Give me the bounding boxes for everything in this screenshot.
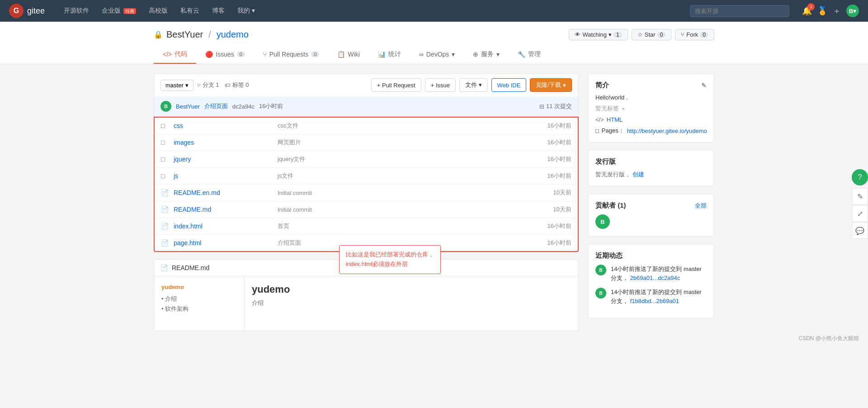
file-name-jquery[interactable]: jquery xyxy=(174,156,273,163)
repo-name[interactable]: yudemo xyxy=(217,29,249,40)
tab-pulls[interactable]: ⑂ Pull Requests 0 xyxy=(254,46,329,64)
expand-float-button[interactable]: ⤢ xyxy=(852,205,868,222)
nav-links: 开源软件 企业版 特惠 高校版 私有云 博客 我的 ▾ xyxy=(58,4,260,18)
activity-item-1: B 14小时前推送了新的提交到 master 分支， f1b8dbd...2b6… xyxy=(595,288,707,305)
repo-title-row: 🔒 BestYuer / yudemo 👁 Watching ▾ 1 ☆ Sta… xyxy=(154,29,714,40)
fork-button[interactable]: ⑂ Fork 0 xyxy=(675,29,714,40)
file-name-images[interactable]: images xyxy=(174,139,273,146)
edit-intro-icon[interactable]: ✎ xyxy=(701,82,707,89)
file-row-readme-en: 📄 README.en.md Initial commit 10天前 xyxy=(155,185,578,201)
watermark: CSDN @小熊小鱼大眼睛 xyxy=(0,331,868,346)
file-row-images: □ images 网页图片 16小时前 xyxy=(155,134,578,151)
file-name-readme[interactable]: README.md xyxy=(174,206,273,213)
folder-icon: □ xyxy=(161,156,169,163)
issues-icon: 🔴 xyxy=(205,51,213,58)
web-ide-button[interactable]: Web IDE xyxy=(491,78,527,92)
commit-count[interactable]: ⊟ 11 次提交 xyxy=(539,102,572,110)
nav-search-area xyxy=(690,5,789,17)
sidebar-release-section: 发行版 暂无发行版， 创建 xyxy=(588,150,714,186)
star-button[interactable]: ☆ Star 0 xyxy=(632,29,672,40)
search-input[interactable] xyxy=(690,5,789,17)
commit-message[interactable]: 介绍页面 xyxy=(204,102,228,110)
language-label: HTML xyxy=(607,116,623,123)
content-area: master ▾ ⑂ 分支 1 🏷 标签 0 + Pull Request + … xyxy=(154,73,714,331)
activity-item-0: B 14小时前推送了新的提交到 master 分支， 2b69a01...dc2… xyxy=(595,265,707,282)
file-name-js[interactable]: js xyxy=(174,172,273,180)
repo-actions: 👁 Watching ▾ 1 ☆ Star 0 ⑂ Fork 0 xyxy=(569,29,714,40)
nav-logo[interactable]: G gitee xyxy=(9,4,45,18)
branch-selector[interactable]: master ▾ xyxy=(160,80,193,91)
readme-file-icon: 📄 xyxy=(160,264,168,271)
pulls-count: 0 xyxy=(311,52,319,57)
edit-float-button[interactable]: ✎ xyxy=(852,188,868,204)
file-time-page: 16小时前 xyxy=(547,239,571,247)
tab-code[interactable]: </> 代码 xyxy=(154,46,196,64)
user-avatar[interactable]: B ▾ xyxy=(846,5,859,17)
tab-admin[interactable]: 🔧 管理 xyxy=(509,46,550,64)
notifications-button[interactable]: 🔔 1 xyxy=(802,6,812,16)
gitee-logo-icon: G xyxy=(9,4,24,18)
services-icon: ⊕ xyxy=(473,51,478,58)
sidebar: 简介 ✎ Hello!world . 暂无标签 + </> HTML □ Pag… xyxy=(588,73,714,331)
contributors-all-link[interactable]: 全部 xyxy=(695,202,707,210)
file-icon: 📄 xyxy=(161,239,169,247)
file-time-readme: 10天前 xyxy=(553,205,571,213)
file-name-css[interactable]: css xyxy=(174,122,273,129)
tab-wiki[interactable]: 📋 Wiki xyxy=(328,46,368,64)
file-button[interactable]: 文件 ▾ xyxy=(459,78,488,92)
activity-title: 近期动态 xyxy=(595,251,707,260)
watch-button[interactable]: 👁 Watching ▾ 1 xyxy=(569,29,627,40)
file-msg-readme-en: Initial commit xyxy=(278,190,549,196)
help-button[interactable]: ? xyxy=(852,169,868,185)
file-msg-readme: Initial commit xyxy=(278,206,549,213)
nav-mine[interactable]: 我的 ▾ xyxy=(232,4,260,18)
file-icon: 📄 xyxy=(161,206,169,213)
file-time-images: 16小时前 xyxy=(547,138,571,147)
toc-item-0[interactable]: • 介绍 xyxy=(161,294,237,304)
tab-devops[interactable]: ∞ DevOps ▾ xyxy=(410,46,464,64)
activity-link-0[interactable]: 2b69a01...dc2a94c xyxy=(630,275,680,281)
clone-download-button[interactable]: 克隆/下载 ▾ xyxy=(530,78,572,92)
pages-row: □ Pages： http://bestyuer.gitee.io/yudemo xyxy=(595,127,707,135)
points-icon[interactable]: 🏅 xyxy=(817,6,827,16)
nav-university[interactable]: 高校版 xyxy=(143,4,173,18)
file-row-readme: 📄 README.md Initial commit 10天前 xyxy=(155,201,578,218)
file-time-jquery: 16小时前 xyxy=(547,155,571,163)
file-name-index[interactable]: index.html xyxy=(174,223,273,230)
tags-count: 🏷 标签 0 xyxy=(225,81,249,89)
repo-title: 🔒 BestYuer / yudemo xyxy=(154,29,249,40)
folder-icon: □ xyxy=(161,122,169,129)
file-msg-images: 网页图片 xyxy=(278,138,543,147)
tab-issues[interactable]: 🔴 Issues 0 xyxy=(196,46,254,64)
issue-button[interactable]: + Issue xyxy=(425,78,456,92)
contributor-avatar-0[interactable]: B xyxy=(595,214,610,229)
notification-count: 1 xyxy=(807,3,815,10)
tab-stats[interactable]: 📊 统计 xyxy=(369,46,410,64)
activity-text-0: 14小时前推送了新的提交到 master 分支， 2b69a01...dc2a9… xyxy=(611,265,707,282)
nav-blog[interactable]: 博客 xyxy=(207,4,230,18)
file-row-jquery: □ jquery jquery文件 16小时前 xyxy=(155,151,578,168)
toc-item-1[interactable]: • 软件架构 xyxy=(161,304,237,314)
repo-owner[interactable]: BestYuer xyxy=(166,29,203,40)
activity-link-1[interactable]: f1b8dbd...2b69a01 xyxy=(630,298,679,304)
file-name-readme-en[interactable]: README.en.md xyxy=(174,189,273,196)
nav-enterprise[interactable]: 企业版 特惠 xyxy=(96,4,142,18)
branch-info: ⑂ 分支 1 🏷 标签 0 xyxy=(197,81,249,89)
tab-services[interactable]: ⊕ 服务 ▾ xyxy=(464,46,509,64)
commit-hash[interactable]: dc2a94c xyxy=(232,103,255,110)
add-tag-icon[interactable]: + xyxy=(622,105,625,112)
chat-float-button[interactable]: 💬 xyxy=(852,223,868,239)
commit-author[interactable]: BestYuer xyxy=(176,103,200,110)
nav-private-cloud[interactable]: 私有云 xyxy=(175,4,205,18)
release-title: 发行版 xyxy=(595,157,707,166)
pages-link[interactable]: http://bestyuer.gitee.io/yudemo xyxy=(627,128,707,134)
nav-open-source[interactable]: 开源软件 xyxy=(58,4,94,18)
nav-actions: 🔔 1 🏅 ＋ B ▾ xyxy=(802,5,859,17)
admin-icon: 🔧 xyxy=(518,51,525,58)
pull-request-button[interactable]: + Pull Request xyxy=(371,78,421,92)
watch-count: 1 xyxy=(613,32,622,38)
add-icon[interactable]: ＋ xyxy=(833,5,841,16)
create-release-link[interactable]: 创建 xyxy=(632,171,644,178)
folder-icon: □ xyxy=(161,172,169,180)
file-name-page[interactable]: page.html xyxy=(174,239,273,247)
